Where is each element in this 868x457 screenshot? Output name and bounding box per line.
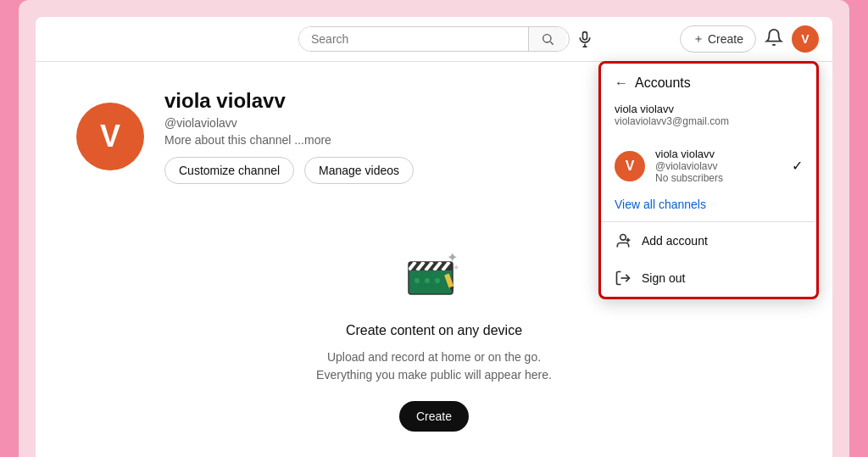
dropdown-avatar-letter: V [626,159,635,174]
channel-description: More about this channel ...more [164,133,414,147]
dropdown-account-name: viola violavv [615,103,803,115]
sign-out-label: Sign out [642,271,685,285]
selected-checkmark: ✓ [792,158,803,174]
channel-name: viola violavv [164,89,414,113]
svg-text:✦: ✦ [453,263,459,272]
dropdown-accounts-section: ← Accounts viola violavv violaviolavv3@g… [601,64,816,141]
svg-point-13 [415,278,420,283]
top-bar: ＋ Create V [36,17,832,62]
bell-icon [765,28,783,47]
content-title: Create content on any device [346,323,522,338]
microphone-button[interactable] [576,31,593,47]
customize-channel-button[interactable]: Customize channel [164,157,294,184]
dropdown-back-row: ← Accounts [615,75,803,91]
sign-out-icon [615,270,632,287]
outer-frame: ＋ Create V V viola violavv [19,0,849,457]
svg-point-14 [425,278,430,283]
user-avatar-button[interactable]: V [792,25,819,53]
dropdown-channel-item[interactable]: V viola violavv @violaviolavv No subscri… [601,141,816,191]
content-subtitle: Upload and record at home or on the go. … [316,348,552,384]
clapperboard-icon: ✦ ✦ [400,238,468,306]
content-illustration: ✦ ✦ [400,238,468,306]
channel-desc-text: More about this channel [164,133,294,147]
main-window: ＋ Create V V viola violavv [36,17,832,457]
dropdown-channel-avatar: V [615,151,645,181]
top-bar-right: ＋ Create V [680,25,819,53]
mic-icon [576,31,593,47]
create-plus-icon: ＋ [693,31,704,47]
add-account-item[interactable]: Add account [601,222,816,259]
content-subtitle-line2: Everything you make public will appear h… [316,368,552,382]
channel-info: viola violavv @violaviolavv More about t… [164,89,414,184]
create-label: Create [708,32,743,46]
manage-videos-button[interactable]: Manage videos [304,157,414,184]
add-account-label: Add account [642,234,708,248]
svg-point-20 [620,235,626,241]
dropdown-channel-name: viola violavv [655,148,782,160]
search-button[interactable] [528,27,566,51]
avatar-letter: V [801,32,809,46]
notifications-button[interactable] [765,28,783,51]
channel-avatar-letter: V [100,119,120,154]
add-account-icon [615,232,632,249]
create-button[interactable]: ＋ Create [680,25,756,53]
back-button[interactable]: ← [615,75,628,91]
view-all-channels-link[interactable]: View all channels [601,191,816,221]
search-container [298,26,570,52]
svg-line-1 [550,42,553,44]
channel-handle: @violaviolavv [164,116,414,130]
dropdown-channel-handle: @violaviolavv [655,160,782,172]
svg-point-15 [435,278,440,283]
channel-more-link[interactable]: ...more [294,133,331,147]
content-subtitle-line1: Upload and record at home or on the go. [327,350,541,364]
channel-avatar: V [76,103,144,170]
svg-point-0 [543,35,551,42]
sign-out-item[interactable]: Sign out [601,259,816,297]
dropdown-email-row: viola violavv violaviolavv3@gmail.com [615,99,803,134]
dropdown-channel-subscribers: No subscribers [655,172,782,184]
dropdown-account-email: violaviolavv3@gmail.com [615,115,803,127]
content-create-button[interactable]: Create [399,401,469,432]
dropdown-title: Accounts [635,75,691,91]
dropdown-channel-info: viola violavv @violaviolavv No subscribe… [655,148,782,184]
accounts-dropdown: ← Accounts viola violavv violaviolavv3@g… [598,61,819,299]
channel-actions: Customize channel Manage videos [164,157,414,184]
search-input[interactable] [299,27,528,51]
svg-rect-2 [583,32,587,40]
search-icon [541,32,554,46]
